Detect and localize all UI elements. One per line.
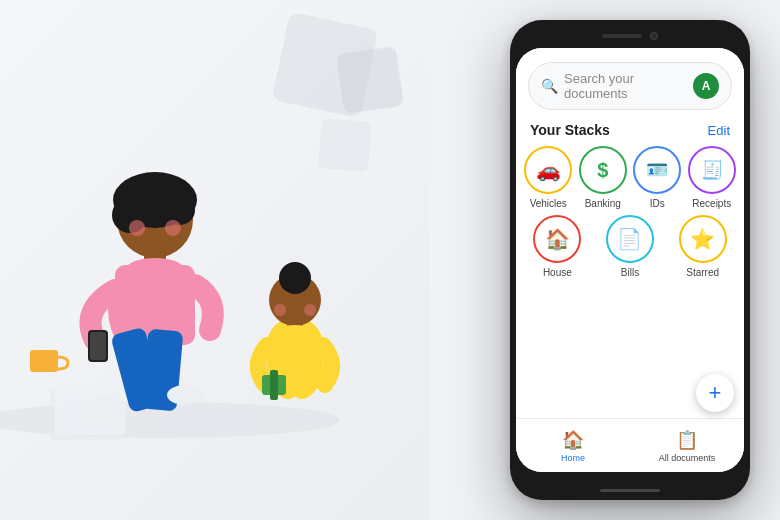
svg-point-19 (83, 396, 127, 420)
svg-point-20 (167, 385, 203, 405)
all-docs-nav-icon: 📋 (676, 429, 698, 451)
bottom-nav: 🏠 Home 📋 All documents (516, 418, 744, 472)
svg-point-25 (279, 262, 311, 294)
banking-label: Banking (585, 198, 621, 209)
stack-receipts[interactable]: 🧾 Receipts (688, 146, 737, 209)
user-avatar[interactable]: A (693, 73, 719, 99)
bills-icon-ring: 📄 (606, 215, 654, 263)
stacks-row-2: 🏠 House 📄 Bills ⭐ (516, 209, 744, 278)
bills-label: Bills (621, 267, 639, 278)
bills-icon: 📄 (617, 227, 642, 251)
stacks-title: Your Stacks (530, 122, 610, 138)
svg-rect-22 (90, 332, 106, 360)
starred-label: Starred (686, 267, 719, 278)
stack-starred[interactable]: ⭐ Starred (669, 215, 736, 278)
vehicles-icon: 🚗 (536, 158, 561, 182)
home-nav-label: Home (561, 453, 585, 463)
svg-rect-1 (336, 46, 404, 114)
receipts-label: Receipts (692, 198, 731, 209)
stack-vehicles[interactable]: 🚗 Vehicles (524, 146, 573, 209)
stacks-header: Your Stacks Edit (516, 118, 744, 146)
phone-camera (650, 32, 658, 40)
search-bar[interactable]: 🔍 Search your documents A (528, 62, 732, 110)
svg-point-11 (165, 195, 195, 225)
nav-home[interactable]: 🏠 Home (516, 423, 630, 469)
fab-icon: + (709, 380, 722, 406)
stack-banking[interactable]: $ Banking (579, 146, 628, 209)
phone-body: 🔍 Search your documents A Your Stacks Ed… (510, 20, 750, 500)
background-illustration (0, 0, 430, 520)
home-nav-icon: 🏠 (562, 429, 584, 451)
all-docs-nav-label: All documents (659, 453, 716, 463)
svg-point-26 (274, 304, 286, 316)
stack-house[interactable]: 🏠 House (524, 215, 591, 278)
receipts-icon: 🧾 (701, 159, 723, 181)
receipts-icon-ring: 🧾 (688, 146, 736, 194)
banking-icon: $ (597, 159, 608, 182)
phone-camera-area (602, 32, 658, 40)
fab-button[interactable]: + (696, 374, 734, 412)
stacks-row-1: 🚗 Vehicles $ Banking 🪪 (516, 146, 744, 209)
svg-rect-6 (30, 350, 58, 372)
search-icon: 🔍 (541, 78, 558, 94)
nav-all-documents[interactable]: 📋 All documents (630, 423, 744, 469)
house-icon-ring: 🏠 (533, 215, 581, 263)
ids-icon-ring: 🪪 (633, 146, 681, 194)
search-placeholder: Search your documents (564, 71, 693, 101)
star-icon: ⭐ (690, 227, 715, 251)
vehicles-icon-ring: 🚗 (524, 146, 572, 194)
starred-icon-ring: ⭐ (679, 215, 727, 263)
phone-screen: 🔍 Search your documents A Your Stacks Ed… (516, 48, 744, 472)
app-content: 🔍 Search your documents A Your Stacks Ed… (516, 48, 744, 418)
svg-point-29 (273, 325, 317, 341)
ids-label: IDs (650, 198, 665, 209)
home-indicator (600, 489, 660, 492)
edit-button[interactable]: Edit (708, 123, 730, 138)
svg-rect-2 (318, 118, 372, 172)
stack-ids[interactable]: 🪪 IDs (633, 146, 682, 209)
svg-point-12 (129, 220, 145, 236)
svg-rect-33 (270, 370, 278, 400)
phone-speaker (602, 34, 642, 38)
vehicles-label: Vehicles (530, 198, 567, 209)
house-icon: 🏠 (545, 227, 570, 251)
stack-bills[interactable]: 📄 Bills (597, 215, 664, 278)
ids-icon: 🪪 (646, 159, 668, 181)
svg-point-13 (165, 220, 181, 236)
house-label: House (543, 267, 572, 278)
svg-point-27 (304, 304, 316, 316)
phone-mockup: 🔍 Search your documents A Your Stacks Ed… (510, 20, 750, 500)
banking-icon-ring: $ (579, 146, 627, 194)
